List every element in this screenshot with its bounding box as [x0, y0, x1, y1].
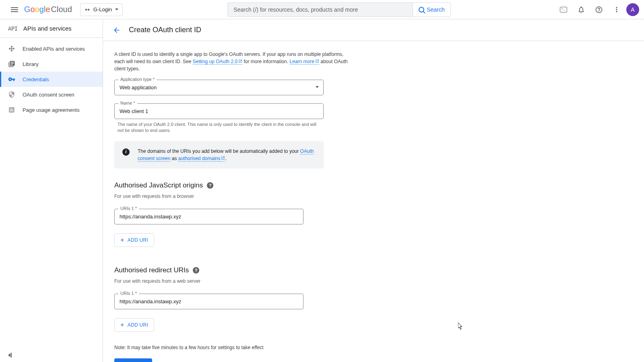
chevron-down-icon — [115, 8, 118, 10]
external-link-icon — [238, 58, 242, 62]
hamburger-icon — [11, 7, 18, 12]
info-box: i The domains of the URIs you add below … — [114, 141, 324, 169]
svg-point-0 — [11, 48, 12, 49]
note-text: Note: It may take five minutes to a few … — [114, 345, 349, 350]
credentials-icon — [8, 76, 15, 83]
google-cloud-logo[interactable]: Google Cloud — [24, 5, 72, 14]
search-button[interactable]: Search — [413, 2, 450, 17]
collapse-icon — [8, 353, 10, 357]
redirect-add-uri-button[interactable]: + ADD URI — [114, 318, 154, 332]
name-input[interactable] — [114, 103, 324, 119]
sidebar-item-label: Page usage agreements — [23, 107, 80, 113]
sidebar-header: API APIs and services — [0, 19, 103, 38]
main-content: Create OAuth client ID A client ID is us… — [103, 19, 644, 362]
back-arrow-icon — [113, 26, 121, 34]
sidebar-item-enabled-apis[interactable]: Enabled APIs and services — [0, 41, 103, 56]
js-origins-add-uri-button[interactable]: + ADD URI — [114, 233, 154, 247]
hamburger-menu-button[interactable] — [5, 0, 24, 19]
plus-icon: + — [120, 322, 124, 328]
cloud-shell-button[interactable] — [555, 2, 572, 18]
sidebar-item-library[interactable]: Library — [0, 56, 103, 72]
cloud-shell-icon — [560, 7, 567, 12]
more-vert-icon — [613, 6, 621, 14]
library-icon — [8, 60, 15, 68]
header-right: A — [555, 2, 639, 18]
help-button[interactable] — [591, 2, 607, 18]
back-button[interactable] — [113, 26, 121, 34]
redirect-uris-title-row: Authorised redirect URIs ? — [114, 266, 349, 274]
svg-point-3 — [11, 46, 12, 47]
button-row: CREATE CANCEL — [114, 358, 349, 362]
js-origins-title: Authorised JavaScript origins — [114, 181, 203, 189]
js-origins-uri-label: URIs 1 * — [118, 206, 139, 211]
help-icon[interactable]: ? — [193, 267, 199, 274]
search-input[interactable] — [227, 2, 413, 17]
cancel-button[interactable]: CANCEL — [157, 358, 192, 362]
info-icon: i — [122, 148, 130, 156]
name-label: Name * — [118, 101, 137, 105]
help-icon[interactable]: ? — [207, 182, 213, 189]
add-uri-label: ADD URI — [128, 322, 148, 328]
project-picker[interactable]: G-Login — [80, 3, 123, 16]
sidebar-item-page-usage[interactable]: Page usage agreements — [0, 102, 103, 117]
sidebar-item-label: Credentials — [23, 76, 49, 82]
search-button-label: Search — [427, 6, 444, 13]
name-field: Name * — [114, 103, 324, 119]
sidebar-item-credentials[interactable]: Credentials — [0, 72, 103, 87]
oauth-consent-icon — [8, 91, 15, 98]
js-origins-title-row: Authorised JavaScript origins ? — [114, 181, 349, 189]
svg-point-4 — [11, 50, 12, 51]
project-name-label: G-Login — [93, 6, 112, 12]
application-type-select[interactable]: Web application — [114, 80, 324, 95]
learn-more-link[interactable]: Learn more — [290, 59, 319, 65]
user-avatar[interactable]: A — [626, 3, 639, 16]
name-helper-text: The name of your OAuth 2.0 client. This … — [118, 121, 319, 134]
application-type-label: Application type * — [118, 77, 157, 82]
page-usage-icon — [8, 106, 15, 113]
redirect-uri-label: URIs 1 * — [118, 291, 139, 296]
sidebar-item-label: Enabled APIs and services — [23, 46, 85, 52]
search-container: Search — [227, 2, 450, 17]
sidebar: API APIs and services Enabled APIs and s… — [0, 19, 103, 362]
sidebar-title: APIs and services — [23, 25, 72, 32]
js-origins-subtitle: For use with requests from a browser — [114, 193, 349, 199]
intro-text: A client ID is used to identify a single… — [114, 51, 349, 72]
external-link-icon — [315, 58, 319, 62]
info-text: The domains of the URIs you add below wi… — [138, 148, 316, 162]
redirect-uri-field: URIs 1 * — [114, 294, 303, 309]
sidebar-nav: Enabled APIs and services Library Creden… — [0, 38, 103, 348]
redirect-uris-subtitle: For use with requests from a web server — [114, 278, 349, 284]
project-icon — [85, 7, 90, 12]
bell-icon — [577, 6, 585, 14]
sidebar-item-label: OAuth consent screen — [23, 92, 74, 98]
application-type-field: Application type * Web application — [114, 80, 324, 95]
add-uri-label: ADD URI — [128, 237, 148, 243]
more-button[interactable] — [609, 2, 625, 18]
authorised-domains-link[interactable]: authorised domains — [178, 156, 225, 162]
enabled-apis-icon — [8, 45, 15, 52]
svg-point-2 — [13, 48, 14, 49]
sidebar-item-oauth-consent[interactable]: OAuth consent screen — [0, 87, 103, 102]
redirect-uris-title: Authorised redirect URIs — [114, 266, 189, 274]
plus-icon: + — [120, 237, 124, 243]
page-header: Create OAuth client ID — [103, 19, 644, 41]
external-link-icon — [221, 155, 225, 159]
redirect-uri-input[interactable] — [114, 294, 303, 309]
notifications-button[interactable] — [573, 2, 589, 18]
api-logo: API — [8, 25, 18, 32]
js-origins-uri-field: URIs 1 * — [114, 209, 303, 224]
sidebar-collapse-button[interactable] — [0, 348, 103, 362]
search-icon — [419, 7, 424, 12]
help-icon — [595, 6, 603, 14]
content: A client ID is used to identify a single… — [103, 41, 361, 362]
page-title: Create OAuth client ID — [129, 26, 201, 34]
svg-point-1 — [9, 48, 10, 49]
js-origins-uri-input[interactable] — [114, 209, 303, 224]
sidebar-item-label: Library — [23, 61, 39, 67]
create-button[interactable]: CREATE — [114, 358, 152, 362]
setting-up-oauth-link[interactable]: Setting up OAuth 2.0 — [193, 59, 242, 65]
top-header: Google Cloud G-Login Search A — [0, 0, 644, 19]
